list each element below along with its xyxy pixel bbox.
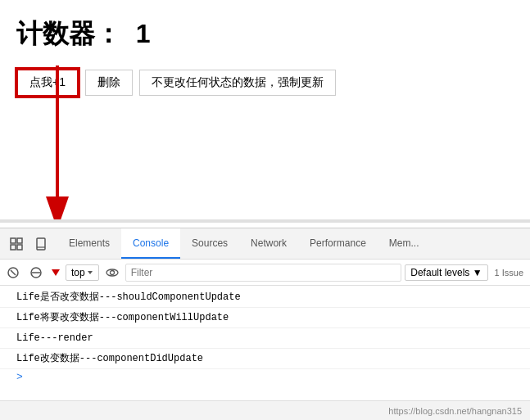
- devtools-tabs: Elements Console Sources Network Perform…: [0, 228, 530, 260]
- increment-button[interactable]: 点我+1: [16, 69, 79, 97]
- svg-line-9: [11, 270, 16, 275]
- status-url: https://blog.csdn.net/hangnan315: [388, 406, 522, 416]
- dropdown-arrow-icon: [87, 269, 93, 276]
- counter-label: 计数器：: [16, 19, 121, 48]
- log-line-4: Life改变数据---componentDidUpdate: [0, 349, 530, 369]
- tab-network[interactable]: Network: [239, 228, 298, 259]
- device-icon[interactable]: [29, 233, 52, 255]
- clear-console-icon[interactable]: [3, 263, 23, 282]
- devtools-status-bar: https://blog.csdn.net/hangnan315: [0, 400, 530, 420]
- console-toolbar: top Default levels ▼ 1 Issue: [0, 260, 530, 286]
- tab-elements[interactable]: Elements: [57, 228, 121, 259]
- devtools-panel: Elements Console Sources Network Perform…: [0, 228, 530, 420]
- default-levels-dropdown[interactable]: Default levels ▼: [405, 264, 487, 281]
- log-line-1: Life是否改变数据---shouldComponentUpdate: [0, 287, 530, 308]
- top-label: top: [71, 267, 85, 278]
- main-content: 计数器： 1 点我+1 删除 不更改任何状态的数据，强制更新: [0, 0, 530, 221]
- filter-input[interactable]: [125, 264, 402, 282]
- svg-rect-4: [11, 245, 16, 250]
- svg-point-15: [110, 270, 114, 274]
- arrow-down-icon: [49, 266, 62, 279]
- counter-title: 计数器： 1: [16, 16, 514, 52]
- delete-button[interactable]: 删除: [85, 70, 133, 96]
- block-icon[interactable]: [26, 263, 46, 282]
- levels-label: Default levels ▼: [410, 267, 482, 278]
- svg-rect-2: [11, 238, 16, 243]
- log-line-3: Life---render: [0, 328, 530, 349]
- tab-performance[interactable]: Performance: [298, 228, 378, 259]
- tab-console[interactable]: Console: [121, 228, 180, 259]
- svg-rect-3: [17, 238, 22, 243]
- issue-badge: 1 Issue: [491, 268, 527, 278]
- svg-rect-6: [37, 238, 45, 250]
- svg-marker-13: [88, 271, 93, 274]
- tab-sources[interactable]: Sources: [180, 228, 239, 259]
- top-context-select[interactable]: top: [66, 264, 99, 281]
- console-prompt[interactable]: >: [0, 369, 530, 385]
- inspect-icon[interactable]: [5, 233, 28, 255]
- console-log: Life是否改变数据---shouldComponentUpdate Life将…: [0, 286, 530, 401]
- svg-rect-5: [17, 245, 22, 250]
- force-update-button[interactable]: 不更改任何状态的数据，强制更新: [139, 70, 336, 96]
- tab-memory[interactable]: Mem...: [378, 228, 431, 259]
- log-line-2: Life将要改变数据---componentWillUpdate: [0, 308, 530, 328]
- eye-icon[interactable]: [102, 263, 122, 282]
- button-row: 点我+1 删除 不更改任何状态的数据，强制更新: [16, 69, 514, 97]
- panel-splitter[interactable]: [0, 219, 530, 223]
- svg-marker-12: [52, 269, 60, 276]
- counter-value: 1: [136, 19, 151, 48]
- devtools-icon-group: [0, 228, 57, 259]
